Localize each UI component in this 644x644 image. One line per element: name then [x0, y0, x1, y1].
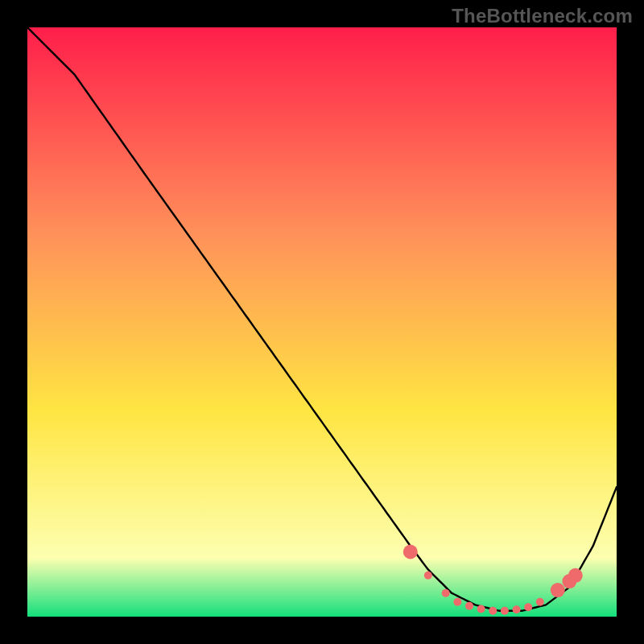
marker-dot — [477, 605, 485, 613]
chart-svg — [27, 27, 617, 617]
marker-dot — [489, 607, 497, 615]
gradient-background — [27, 27, 617, 617]
marker-dot — [453, 598, 461, 606]
plot-area — [27, 27, 617, 617]
marker-dot — [403, 545, 418, 559]
marker-dot — [501, 607, 509, 615]
marker-dot — [513, 605, 521, 613]
marker-dot — [424, 572, 432, 580]
marker-dot — [524, 603, 532, 611]
marker-dot — [536, 598, 544, 606]
marker-dot — [442, 589, 450, 597]
marker-dot — [551, 583, 565, 597]
chart-frame: TheBottleneck.com — [0, 0, 644, 644]
marker-dot — [568, 568, 583, 583]
marker-dot — [465, 602, 473, 610]
watermark-label: TheBottleneck.com — [452, 5, 633, 27]
